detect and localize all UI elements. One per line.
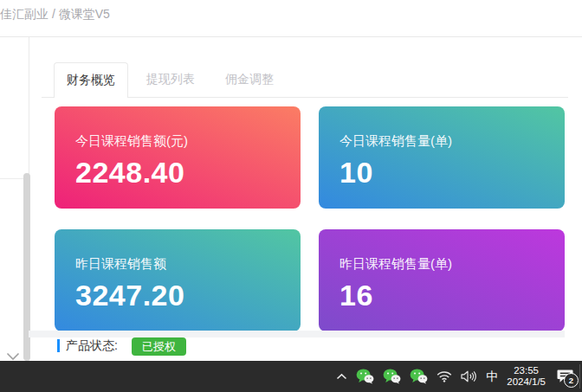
header-divider bbox=[0, 36, 582, 37]
stat-card-today-sales-amount: 今日课程销售额(元) 2248.40 bbox=[55, 106, 301, 209]
stat-card-value: 3247.20 bbox=[75, 278, 280, 312]
stat-card-yesterday-sales-amount: 昨日课程销售额 3247.20 bbox=[55, 229, 301, 331]
stat-card-value: 16 bbox=[340, 278, 544, 312]
section-gap bbox=[29, 331, 565, 337]
tab-commission-adjust[interactable]: 佣金调整 bbox=[219, 62, 280, 97]
show-desktop-edge[interactable] bbox=[579, 364, 580, 389]
tab-label: 财务概览 bbox=[67, 73, 115, 88]
notification-center-icon[interactable]: 2 bbox=[554, 368, 575, 385]
breadcrumb[interactable]: 佳汇副业 / 微课堂V5 bbox=[0, 7, 110, 22]
clock-date: 2024/1/5 bbox=[507, 376, 546, 389]
tab-label: 提现列表 bbox=[146, 72, 195, 87]
volume-icon[interactable] bbox=[461, 370, 477, 382]
tab-financial-overview[interactable]: 财务概览 bbox=[54, 62, 128, 98]
wifi-icon[interactable] bbox=[436, 370, 452, 382]
wechat-icon[interactable] bbox=[356, 369, 374, 384]
tab-withdrawal-list[interactable]: 提现列表 bbox=[140, 62, 201, 97]
system-tray: 中 23:55 2024/1/5 2 bbox=[336, 361, 575, 392]
notification-badge: 2 bbox=[564, 373, 579, 388]
status-label: 产品状态: bbox=[66, 338, 118, 354]
status-accent-bar bbox=[57, 339, 60, 352]
status-badge: 已授权 bbox=[132, 337, 186, 356]
chevron-down-icon[interactable] bbox=[6, 349, 20, 357]
stat-card-value: 10 bbox=[340, 155, 544, 190]
stat-card-label: 今日课程销售额(元) bbox=[75, 133, 280, 149]
clock-time: 23:55 bbox=[507, 365, 546, 377]
stat-card-yesterday-sales-count: 昨日课程销售量(单) 16 bbox=[319, 229, 565, 331]
tab-label: 佣金调整 bbox=[225, 72, 274, 87]
taskbar: 中 23:55 2024/1/5 2 bbox=[0, 361, 582, 392]
chevron-up-icon[interactable] bbox=[336, 373, 347, 381]
clock[interactable]: 23:55 2024/1/5 bbox=[507, 365, 546, 389]
wechat-icon[interactable] bbox=[383, 369, 401, 384]
stat-card-today-sales-count: 今日课程销售量(单) 10 bbox=[319, 106, 565, 209]
wechat-icon[interactable] bbox=[410, 369, 428, 384]
stat-card-label: 今日课程销售量(单) bbox=[340, 133, 544, 149]
ime-indicator[interactable]: 中 bbox=[486, 361, 498, 392]
stat-card-label: 昨日课程销售额 bbox=[75, 256, 280, 272]
stat-card-label: 昨日课程销售量(单) bbox=[340, 256, 544, 272]
stat-card-value: 2248.40 bbox=[75, 155, 280, 190]
